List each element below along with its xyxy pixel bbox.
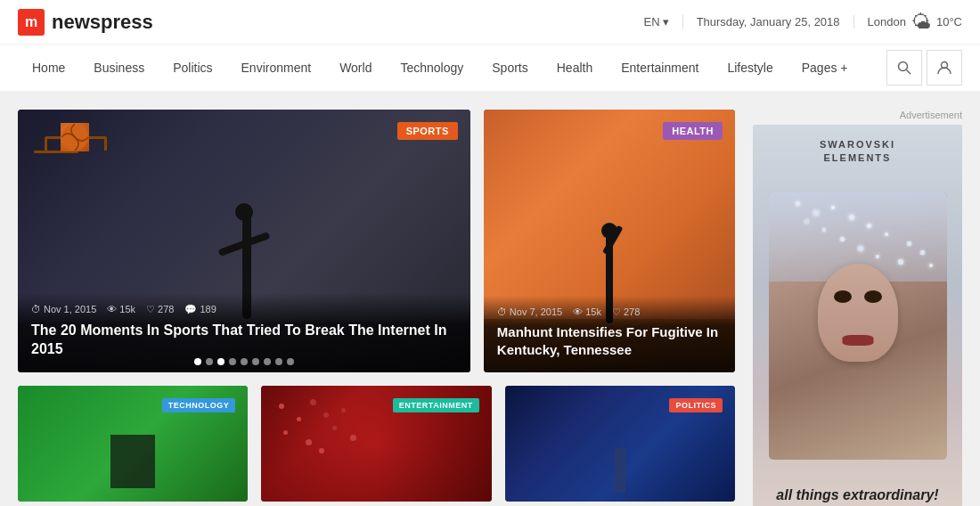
card-meta-large: ⏱ Nov 1, 2015 👁 15k ♡ 278 💬 189	[31, 304, 457, 315]
pol-figure	[615, 448, 625, 493]
category-badge-ent: ENTERTAINMENT	[393, 398, 479, 412]
ad-image[interactable]: SWAROVSKI ELEMENTS	[753, 125, 962, 506]
face	[818, 264, 898, 362]
dot-9[interactable]	[287, 358, 294, 365]
featured-large-card[interactable]: SPORTS ⏱ Nov 1, 2015 👁 15k ♡ 278 💬 189 T…	[18, 110, 470, 372]
svg-point-0	[899, 62, 908, 71]
right-eye	[864, 290, 882, 303]
featured-medium-card[interactable]: HEALTH ⏱ Nov 7, 2015 👁 15k ♡ 278 Manhunt…	[484, 110, 735, 372]
category-badge-tech: TECHNOLOGY	[162, 398, 236, 412]
small-card-technology[interactable]: TECHNOLOGY	[18, 386, 248, 502]
ad-model-image	[769, 192, 947, 460]
clock-icon-med: ⏱ Nov 7, 2015	[497, 306, 562, 317]
content-area: SPORTS ⏱ Nov 1, 2015 👁 15k ♡ 278 💬 189 T…	[18, 110, 735, 506]
likes: ♡ 278	[146, 304, 174, 315]
dot-2[interactable]	[206, 358, 213, 365]
svg-line-1	[907, 70, 911, 75]
main-content: SPORTS ⏱ Nov 1, 2015 👁 15k ♡ 278 💬 189 T…	[0, 92, 980, 506]
views-med: 👁 15k	[573, 306, 601, 317]
card-title-large: The 20 Moments In Sports That Tried To B…	[31, 321, 457, 359]
header-right: EN ▾ Thursday, January 25, 2018 London 🌤…	[644, 11, 962, 34]
ad-label: Advertisement	[753, 110, 962, 120]
left-eye	[834, 290, 852, 303]
category-badge-sports: SPORTS	[397, 122, 458, 140]
nav-environment[interactable]: Environment	[227, 45, 326, 91]
tech-figure	[110, 435, 155, 488]
nav-entertainment[interactable]: Entertainment	[607, 45, 713, 91]
ad-tagline: all things extraordinary!	[776, 487, 938, 503]
ball	[61, 123, 89, 151]
nav-technology[interactable]: Technology	[386, 45, 478, 91]
weather-icon: 🌤	[911, 11, 931, 34]
weather-area: London 🌤 10°C	[868, 11, 962, 34]
logo-area[interactable]: m newspress	[18, 9, 153, 36]
small-card-politics[interactable]: POLITICS	[505, 386, 735, 502]
dot-3[interactable]	[217, 358, 225, 365]
small-card-entertainment[interactable]: ENTERTAINMENT	[261, 386, 491, 502]
views: 👁 15k	[107, 304, 135, 314]
logo-icon: m	[18, 9, 45, 36]
player-head	[235, 203, 253, 221]
card-meta-medium: ⏱ Nov 7, 2015 👁 15k ♡ 278	[497, 306, 722, 318]
dot-6[interactable]	[252, 358, 259, 365]
nav-sports[interactable]: Sports	[478, 45, 542, 91]
featured-row: SPORTS ⏱ Nov 1, 2015 👁 15k ♡ 278 💬 189 T…	[18, 110, 735, 372]
nav-politics[interactable]: Politics	[159, 45, 226, 91]
main-nav: Home Business Politics Environment World…	[0, 45, 980, 92]
nav-home[interactable]: Home	[18, 45, 79, 91]
dot-5[interactable]	[241, 358, 248, 365]
nav-links: Home Business Politics Environment World…	[18, 45, 862, 91]
dot-4[interactable]	[229, 358, 236, 365]
likes-med: ♡ 278	[612, 306, 640, 318]
card-overlay-medium: ⏱ Nov 7, 2015 👁 15k ♡ 278 Manhunt Intens…	[484, 296, 735, 373]
dot-8[interactable]	[275, 358, 282, 365]
card-title-medium: Manhunt Intensifies For Fugitive In Kent…	[497, 323, 722, 360]
clock-icon: ⏱ Nov 1, 2015	[31, 304, 96, 314]
user-icon	[937, 61, 951, 75]
dot-7[interactable]	[264, 358, 271, 365]
advertisement-column: Advertisement SWAROVSKI ELEMENTS	[753, 110, 962, 506]
lips	[842, 335, 873, 346]
category-badge-pol: POLITICS	[669, 398, 723, 412]
dot-1[interactable]	[194, 358, 201, 365]
search-icon	[897, 61, 911, 75]
nav-world[interactable]: World	[325, 45, 386, 91]
nav-business[interactable]: Business	[79, 45, 159, 91]
slideshow-dots	[194, 358, 294, 365]
site-header: m newspress EN ▾ Thursday, January 25, 2…	[0, 0, 980, 45]
ad-brand-top: SWAROVSKI ELEMENTS	[820, 138, 895, 166]
nav-icons	[886, 50, 962, 86]
category-badge-health: HEALTH	[663, 122, 723, 140]
small-cards-row: TECHNOLOGY ENTERTAINMENT	[18, 386, 735, 502]
site-name: newspress	[52, 11, 153, 34]
user-button[interactable]	[927, 50, 962, 86]
nav-health[interactable]: Health	[543, 45, 607, 91]
language-selector[interactable]: EN ▾	[644, 15, 669, 29]
nav-lifestyle[interactable]: Lifestyle	[713, 45, 787, 91]
comments: 💬 189	[184, 304, 216, 315]
nav-pages[interactable]: Pages +	[788, 45, 862, 91]
search-button[interactable]	[886, 50, 922, 86]
date-display: Thursday, January 25, 2018	[682, 15, 854, 29]
